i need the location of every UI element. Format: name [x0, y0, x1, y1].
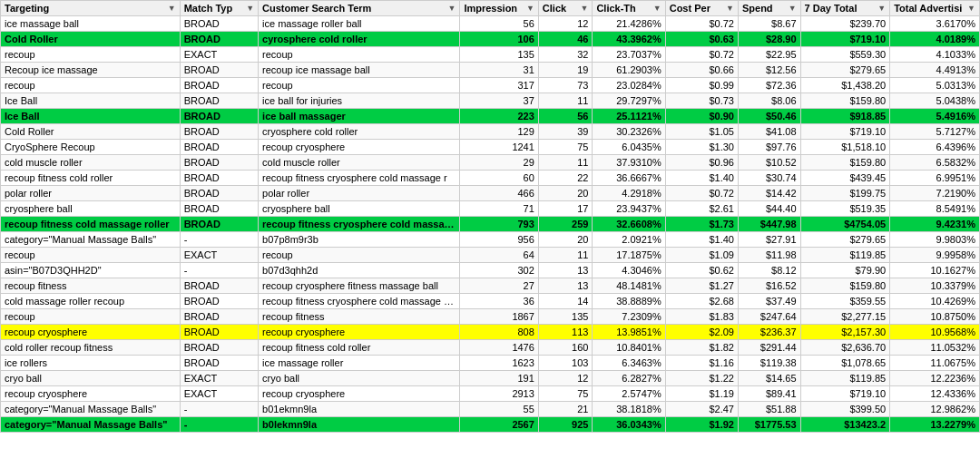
cell-7day-total: $279.65 — [800, 63, 890, 78]
cell-targeting: category="Manual Massage Balls" — [1, 417, 181, 433]
cell-click-through: 6.3463% — [593, 356, 665, 371]
cell-7day-total: $1,078.65 — [800, 356, 890, 371]
cell-targeting: recoup — [1, 248, 181, 263]
table-row: cold massage roller recoupBROADrecoup fi… — [1, 294, 980, 309]
cell-spend: $37.49 — [738, 294, 800, 309]
filter-icon-cst[interactable]: ▼ — [447, 4, 456, 13]
cell-click-through: 32.6608% — [593, 217, 665, 232]
cell-7day-total: $359.55 — [800, 294, 890, 309]
cell-customer-search-term: recoup cryosphere fitness massage ball — [259, 278, 460, 294]
cell-spend: $27.91 — [738, 232, 800, 248]
cell-match-type: BROAD — [180, 140, 258, 155]
cell-match-type: EXACT — [180, 386, 258, 402]
cell-impressions: 191 — [460, 371, 538, 386]
cell-total-advertising: 10.3379% — [890, 278, 980, 294]
table-row: category="Manual Massage Balls"-b01ekmn9… — [1, 402, 980, 417]
cell-total-advertising: 12.4336% — [890, 386, 980, 402]
cell-cost-per: $1.92 — [665, 417, 738, 433]
header-clicks[interactable]: Click ▼ — [538, 1, 593, 16]
header-impressions[interactable]: Impression ▼ — [460, 1, 538, 16]
cell-total-advertising: 9.9803% — [890, 232, 980, 248]
filter-icon-match[interactable]: ▼ — [246, 4, 254, 13]
cell-spend: $14.42 — [738, 186, 800, 201]
cell-cost-per: $1.19 — [665, 386, 738, 402]
table-body: ice massage ballBROADice massage roller … — [1, 16, 980, 433]
cell-targeting: asin="B07D3QHH2D" — [1, 263, 181, 278]
cell-total-advertising: 12.2236% — [890, 371, 980, 386]
cell-7day-total: $399.50 — [800, 402, 890, 417]
cell-targeting: Ice Ball — [1, 109, 181, 124]
cell-impressions: 1867 — [460, 309, 538, 325]
cell-impressions: 56 — [460, 16, 538, 32]
cell-click-through: 37.9310% — [593, 155, 665, 171]
header-cost-per[interactable]: Cost Per ▼ — [665, 1, 738, 16]
cell-click-through: 36.6667% — [593, 171, 665, 186]
cell-spend: $1775.53 — [738, 417, 800, 433]
cell-7day-total: $279.65 — [800, 232, 890, 248]
cell-impressions: 1623 — [460, 356, 538, 371]
header-total-advertising[interactable]: Total Advertisi ▼ — [890, 1, 980, 16]
cell-match-type: BROAD — [180, 309, 258, 325]
cell-7day-total: $119.85 — [800, 248, 890, 263]
cell-targeting: cold massage roller recoup — [1, 294, 181, 309]
cell-total-advertising: 5.4916% — [890, 109, 980, 124]
cell-impressions: 37 — [460, 93, 538, 109]
cell-7day-total: $199.75 — [800, 186, 890, 201]
cell-spend: $10.52 — [738, 155, 800, 171]
cell-7day-total: $159.80 — [800, 278, 890, 294]
filter-icon-clicks[interactable]: ▼ — [580, 4, 588, 13]
header-targeting[interactable]: Targeting ▼ — [1, 1, 181, 16]
cell-targeting: recoup cryosphere — [1, 325, 181, 340]
cell-7day-total: $1,518.10 — [800, 140, 890, 155]
table-row: cryosphere ballBROADcryosphere ball71172… — [1, 201, 980, 217]
cell-clicks: 11 — [538, 155, 593, 171]
cell-7day-total: $519.35 — [800, 201, 890, 217]
cell-match-type: - — [180, 402, 258, 417]
filter-icon-targeting[interactable]: ▼ — [168, 4, 176, 13]
filter-icon-impressions[interactable]: ▼ — [526, 4, 534, 13]
cell-match-type: BROAD — [180, 78, 258, 93]
filter-icon-clickthrough[interactable]: ▼ — [653, 4, 662, 13]
cell-click-through: 29.7297% — [593, 93, 665, 109]
cell-match-type: BROAD — [180, 16, 258, 32]
cell-total-advertising: 10.9568% — [890, 325, 980, 340]
cell-match-type: BROAD — [180, 63, 258, 78]
cell-customer-search-term: ice ball for injuries — [259, 93, 460, 109]
header-7day[interactable]: 7 Day Total ▼ — [800, 1, 890, 16]
cell-7day-total: $719.10 — [800, 386, 890, 402]
cell-click-through: 36.0343% — [593, 417, 665, 433]
cell-impressions: 223 — [460, 109, 538, 124]
cell-clicks: 32 — [538, 47, 593, 63]
cell-targeting: cold muscle roller — [1, 155, 181, 171]
filter-icon-cost[interactable]: ▼ — [726, 4, 734, 13]
cell-cost-per: $1.09 — [665, 248, 738, 263]
header-click-through[interactable]: Click-Th ▼ — [593, 1, 665, 16]
cell-spend: $8.06 — [738, 93, 800, 109]
filter-icon-7day[interactable]: ▼ — [877, 4, 886, 13]
cell-spend: $119.38 — [738, 356, 800, 371]
cell-total-advertising: 6.4396% — [890, 140, 980, 155]
cell-spend: $22.95 — [738, 47, 800, 63]
cell-cost-per: $2.61 — [665, 201, 738, 217]
cell-clicks: 39 — [538, 124, 593, 140]
cell-targeting: recoup cryosphere — [1, 386, 181, 402]
cell-match-type: BROAD — [180, 340, 258, 356]
cell-click-through: 43.3962% — [593, 32, 665, 47]
cell-spend: $41.08 — [738, 124, 800, 140]
header-match-type[interactable]: Match Typ ▼ — [180, 1, 258, 16]
cell-customer-search-term: cryo ball — [259, 371, 460, 386]
cell-impressions: 27 — [460, 278, 538, 294]
cell-cost-per: $0.99 — [665, 78, 738, 93]
cell-7day-total: $2,636.70 — [800, 340, 890, 356]
cell-clicks: 75 — [538, 386, 593, 402]
header-spend[interactable]: Spend ▼ — [738, 1, 800, 16]
cell-click-through: 23.9437% — [593, 201, 665, 217]
cell-clicks: 12 — [538, 371, 593, 386]
cell-impressions: 466 — [460, 186, 538, 201]
filter-icon-total[interactable]: ▼ — [967, 4, 975, 13]
cell-match-type: BROAD — [180, 294, 258, 309]
filter-icon-spend[interactable]: ▼ — [789, 4, 797, 13]
header-customer-search-term[interactable]: Customer Search Term ▼ — [259, 1, 460, 16]
cell-targeting: category="Manual Massage Balls" — [1, 232, 181, 248]
cell-total-advertising: 4.0189% — [890, 32, 980, 47]
